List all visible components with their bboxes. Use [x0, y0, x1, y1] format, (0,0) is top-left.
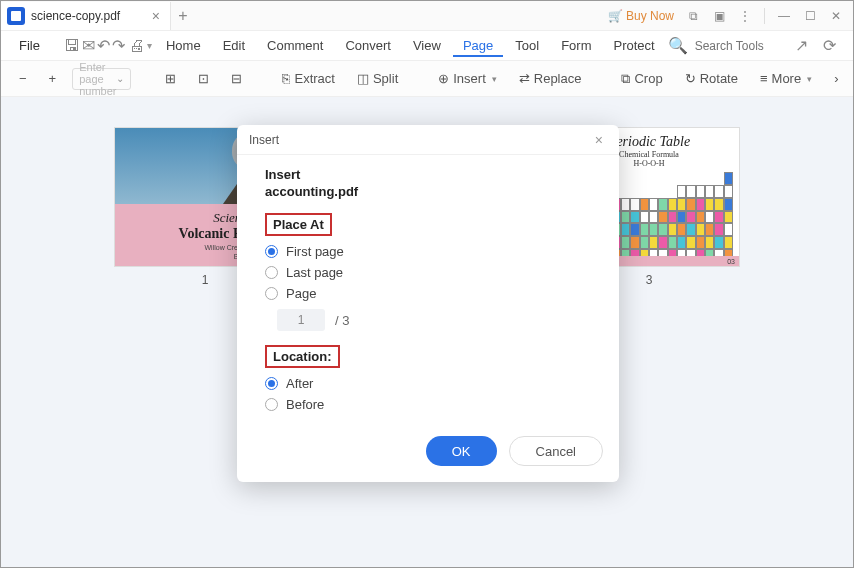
radio-label: First page — [286, 244, 344, 259]
tab-title: science-copy.pdf — [31, 9, 144, 23]
radio-label: Before — [286, 397, 324, 412]
dialog-header: Insert × — [237, 125, 619, 155]
thumb-number: 3 — [646, 273, 653, 287]
chevron-down-icon: ▾ — [492, 74, 497, 84]
dialog-body: Insert accounting.pdf Place At First pag… — [237, 155, 619, 426]
share-icon[interactable]: ↗ — [791, 35, 813, 57]
menubar: File 🖫 ✉ ↶ ↷ 🖨 ▾ Home Edit Comment Conve… — [1, 31, 853, 61]
buy-now-button[interactable]: 🛒 Buy Now — [604, 9, 678, 23]
help-icon[interactable]: ▣ — [708, 5, 730, 27]
radio-before[interactable]: Before — [265, 397, 591, 412]
document-tab[interactable]: science-copy.pdf × — [1, 2, 171, 30]
menubar-right: 🔍 ↗ ⟳ ⌂ — [667, 35, 854, 57]
radio-label: Last page — [286, 265, 343, 280]
replace-button[interactable]: ⇄ Replace — [513, 67, 588, 90]
expand-icon[interactable]: ⌂ — [847, 35, 854, 57]
page-up-icon[interactable]: ⊡ — [192, 67, 215, 90]
crop-button[interactable]: ⧉ Crop — [615, 67, 668, 91]
search-icon: 🔍 — [667, 35, 689, 57]
app-icon — [7, 7, 25, 25]
split-button[interactable]: ◫ Split — [351, 67, 404, 90]
minimize-button[interactable]: — — [773, 5, 795, 27]
zoom-in-button[interactable]: + — [43, 67, 63, 90]
radio-label: Page — [286, 286, 316, 301]
insert-button[interactable]: ⊕ Insert▾ — [432, 67, 503, 90]
ok-button[interactable]: OK — [426, 436, 497, 466]
rotate-button[interactable]: ↻ Rotate — [679, 67, 744, 90]
maximize-button[interactable]: ☐ — [799, 5, 821, 27]
place-at-heading: Place At — [265, 213, 332, 236]
grid-icon[interactable]: ⊞ — [159, 67, 182, 90]
close-dialog-button[interactable]: × — [591, 130, 607, 150]
preview-page-num: 03 — [727, 258, 735, 265]
zoom-out-button[interactable]: − — [13, 67, 33, 90]
mail-icon[interactable]: ✉ — [82, 35, 95, 57]
tab-protect[interactable]: Protect — [603, 34, 664, 57]
page-number-row: / 3 — [277, 309, 591, 331]
extract-button[interactable]: ⎘ Extract — [276, 67, 340, 90]
divider — [764, 8, 765, 24]
tab-home[interactable]: Home — [156, 34, 211, 57]
page-total: / 3 — [335, 313, 349, 328]
page-toolbar: − + Enter page number ⌄ ⊞ ⊡ ⊟ ⎘ Extract … — [1, 61, 853, 97]
chevron-down-icon[interactable]: ▾ — [147, 40, 152, 51]
search-input[interactable] — [695, 39, 785, 53]
page-number-input[interactable]: Enter page number ⌄ — [72, 68, 131, 90]
page-number-placeholder: Enter page number — [79, 61, 116, 97]
titlebar: science-copy.pdf × + 🛒 Buy Now ⧉ ▣ ⋮ — ☐… — [1, 1, 853, 31]
location-heading: Location: — [265, 345, 340, 368]
kebab-menu-icon[interactable]: ⋮ — [734, 5, 756, 27]
radio-last-page[interactable]: Last page — [265, 265, 591, 280]
tab-view[interactable]: View — [403, 34, 451, 57]
undo-icon[interactable]: ↶ — [97, 35, 110, 57]
file-menu[interactable]: File — [11, 34, 48, 57]
chevron-down-icon: ▾ — [807, 74, 812, 84]
dialog-footer: OK Cancel — [237, 426, 619, 482]
radio-icon — [265, 398, 278, 411]
insert-label: Insert — [265, 167, 591, 182]
dialog-title: Insert — [249, 133, 279, 147]
tab-page[interactable]: Page — [453, 34, 503, 57]
insert-filename: accounting.pdf — [265, 184, 591, 199]
insert-dialog: Insert × Insert accounting.pdf Place At … — [237, 125, 619, 482]
redo-icon[interactable]: ↷ — [112, 35, 125, 57]
buy-now-label: Buy Now — [626, 9, 674, 23]
radio-first-page[interactable]: First page — [265, 244, 591, 259]
radio-after[interactable]: After — [265, 376, 591, 391]
add-tab-button[interactable]: + — [171, 7, 195, 25]
cart-icon: 🛒 — [608, 9, 623, 23]
tab-edit[interactable]: Edit — [213, 34, 255, 57]
page-down-icon[interactable]: ⊟ — [225, 67, 248, 90]
page-number-field[interactable] — [277, 309, 325, 331]
tab-convert[interactable]: Convert — [335, 34, 401, 57]
more-button[interactable]: ≡ More▾ — [754, 67, 818, 90]
cloud-icon[interactable]: ⟳ — [819, 35, 841, 57]
close-tab-icon[interactable]: × — [150, 8, 162, 24]
thumb-number: 1 — [202, 273, 209, 287]
radio-label: After — [286, 376, 313, 391]
gift-icon[interactable]: ⧉ — [682, 5, 704, 27]
radio-page[interactable]: Page — [265, 286, 591, 301]
titlebar-right: 🛒 Buy Now ⧉ ▣ ⋮ — ☐ ✕ — [604, 5, 853, 27]
tab-tool[interactable]: Tool — [505, 34, 549, 57]
radio-icon — [265, 266, 278, 279]
print-icon[interactable]: 🖨 — [129, 35, 145, 57]
radio-icon — [265, 377, 278, 390]
radio-icon — [265, 287, 278, 300]
save-icon[interactable]: 🖫 — [64, 35, 80, 57]
tab-form[interactable]: Form — [551, 34, 601, 57]
chevron-down-icon: ⌄ — [116, 73, 124, 84]
toolbar-right: ≡ More▾ › — [754, 67, 845, 90]
tab-comment[interactable]: Comment — [257, 34, 333, 57]
close-window-button[interactable]: ✕ — [825, 5, 847, 27]
overflow-button[interactable]: › — [828, 67, 844, 90]
radio-icon — [265, 245, 278, 258]
cancel-button[interactable]: Cancel — [509, 436, 603, 466]
